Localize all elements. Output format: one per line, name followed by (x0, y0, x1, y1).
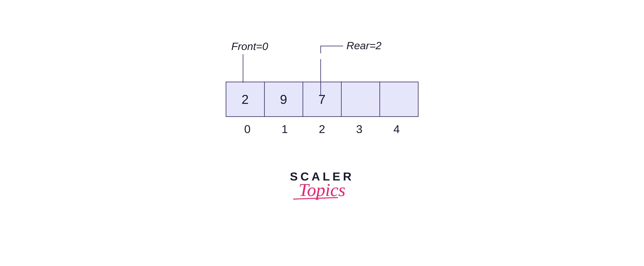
pointer-row: Front=0 Rear=2 (226, 40, 418, 82)
rear-pointer: Rear=2 (309, 40, 321, 95)
front-pointer-line (243, 54, 243, 83)
rear-pointer-line-v (320, 59, 321, 95)
diagram-canvas: Front=0 Rear=2 (0, 0, 644, 266)
index-4: 4 (378, 123, 416, 136)
queue-cell-1: 9 (264, 82, 303, 117)
queue-cell-2: 7 (302, 82, 342, 117)
index-2: 2 (303, 123, 341, 136)
queue-cell-0: 2 (226, 82, 265, 117)
index-0: 0 (228, 123, 266, 136)
index-3: 3 (340, 123, 378, 136)
rear-label: Rear=2 (346, 39, 382, 52)
front-pointer: Front=0 (232, 40, 268, 83)
queue-cell-4 (380, 82, 418, 117)
queue-diagram: Front=0 Rear=2 (226, 40, 418, 200)
rear-pointer-line-h (320, 46, 343, 46)
front-label: Front=0 (232, 40, 268, 52)
queue-cell-3 (341, 82, 380, 117)
index-row: 0 1 2 3 4 (228, 123, 416, 136)
logo: SCALER Topics (290, 170, 354, 200)
index-1: 1 (266, 123, 304, 136)
logo-line-2: Topics (290, 179, 354, 200)
queue-array: 2 9 7 (226, 82, 418, 117)
